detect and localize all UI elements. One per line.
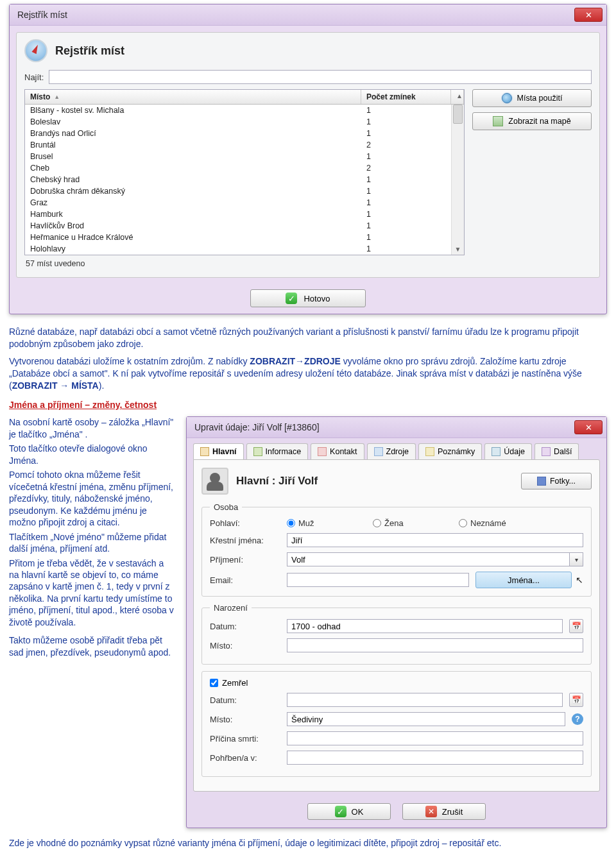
titlebar[interactable]: Rejstřík míst ✕ [10,4,606,26]
deceased-checkbox[interactable] [210,679,218,687]
burial-input[interactable] [287,751,583,765]
place-cell: Cheb [25,162,361,174]
gender-option-žena[interactable]: Žena [373,518,443,528]
table-row[interactable]: Graz1 [25,197,451,208]
tab-label: Hlavní [212,447,237,456]
gender-option-neznámé[interactable]: Neznámé [459,518,529,528]
check-icon: ✓ [335,806,346,817]
birth-place-input[interactable] [287,638,583,652]
close-button[interactable]: ✕ [574,8,603,22]
photos-button[interactable]: Fotky... [521,473,592,489]
lastname-dropdown-button[interactable]: ▾ [569,552,583,566]
gender-radio-group: MužŽenaNeznámé [287,518,529,528]
avatar-icon [201,468,228,495]
table-row[interactable]: Brusel1 [25,151,451,162]
death-place-label: Místo: [210,715,280,724]
tab-údaje[interactable]: Údaje [484,443,532,459]
death-date-input[interactable] [287,693,563,707]
help-icon[interactable]: ? [572,713,583,725]
map-icon [493,116,503,126]
table-row[interactable]: Chebský hrad1 [25,174,451,185]
places-table: Místo ▲ Počet zmínek ▲ Blšany - kostel s… [24,89,465,255]
place-cell: Chebský hrad [25,174,361,185]
count-cell: 2 [361,139,451,151]
close-button[interactable]: ✕ [574,420,603,434]
scrollbar[interactable]: ▼ [451,105,464,255]
lastname-input[interactable] [287,552,569,566]
main-panel: Hlavní : Jiří Volf Fotky... Osoba Pohlav… [193,459,600,792]
birth-place-label: Místo: [210,641,280,650]
death-place-input[interactable] [287,712,565,726]
panel-title: Hlavní : Jiří Volf [236,475,513,488]
places-usage-button[interactable]: Místa použití [472,89,592,107]
table-row[interactable]: Hamburk1 [25,208,451,220]
death-date-picker-button[interactable]: 📅 [569,693,583,707]
count-cell: 1 [361,174,451,185]
place-cell: Graz [25,197,361,208]
tab-icon [492,447,501,456]
count-cell: 2 [361,162,451,174]
firstname-input[interactable] [287,533,583,547]
col-count-header[interactable]: Počet zmínek [361,90,451,104]
tab-icon [542,447,551,456]
place-cell: Blšany - kostel sv. Michala [25,105,361,116]
scroll-up-header[interactable]: ▲ [451,90,464,104]
death-cause-input[interactable] [287,731,583,745]
birth-date-label: Datum: [210,622,280,631]
compass-icon [24,39,47,62]
place-cell: Heřmanice u Hradce Králové [25,232,361,243]
tab-label: Informace [266,447,302,456]
tab-icon [374,447,383,456]
table-row[interactable]: Holohlavy1 [25,243,451,255]
lastname-label: Příjmení: [210,555,280,565]
tab-informace[interactable]: Informace [246,443,309,459]
gender-radio[interactable] [287,519,295,527]
count-cell: 1 [361,220,451,232]
tab-label: Kontakt [330,447,357,456]
death-fieldset: Zemřel Datum: 📅 Místo: ? Příčina smrti: [201,671,592,777]
tab-zdroje[interactable]: Zdroje [367,443,416,459]
tab-hlavní[interactable]: Hlavní [193,443,244,459]
scroll-thumb[interactable] [453,105,463,124]
ok-button[interactable]: ✓ OK [307,803,391,820]
table-row[interactable]: Havlíčkův Brod1 [25,220,451,232]
doc-paragraph-1: Různé databáze, např databázi obcí a sam… [9,326,607,391]
table-row[interactable]: Heřmanice u Hradce Králové1 [25,232,451,243]
birth-date-input[interactable] [287,619,563,633]
table-row[interactable]: Dobruška chrám děkanský1 [25,185,451,197]
death-date-label: Datum: [210,695,280,705]
gender-radio[interactable] [459,519,467,527]
tab-další[interactable]: Další [535,443,579,459]
check-icon: ✓ [286,293,297,304]
scroll-down-icon[interactable]: ▼ [455,244,461,255]
place-cell: Bruntál [25,139,361,151]
count-cell: 1 [361,105,451,116]
cancel-button[interactable]: ✕ Zrušit [402,803,486,820]
col-place-header[interactable]: Místo ▲ [25,90,361,104]
table-row[interactable]: Cheb2 [25,162,451,174]
photo-icon [537,477,546,486]
table-row[interactable]: Blšany - kostel sv. Michala1 [25,105,451,116]
place-cell: Boleslav [25,116,361,128]
tab-icon [425,447,434,456]
tab-label: Zdroje [386,447,409,456]
gender-radio[interactable] [373,519,381,527]
birth-date-picker-button[interactable]: 📅 [569,619,583,633]
titlebar[interactable]: Upravit údaje: Jiří Volf [#13860] ✕ [187,417,606,438]
email-label: Email: [210,575,280,585]
tab-kontakt[interactable]: Kontakt [311,443,364,459]
search-input[interactable] [49,70,592,84]
show-on-map-button[interactable]: Zobrazit na mapě [472,112,592,130]
person-legend: Osoba [210,502,242,512]
table-row[interactable]: Brandýs nad Orlicí1 [25,128,451,139]
tab-label: Poznámky [438,447,475,456]
birth-fieldset: Narození Datum: 📅 Místo: [201,603,592,665]
table-row[interactable]: Bruntál2 [25,139,451,151]
tab-poznámky[interactable]: Poznámky [418,443,482,459]
done-button[interactable]: ✓ Hotovo [250,289,366,307]
table-row[interactable]: Boleslav1 [25,116,451,128]
birth-legend: Narození [210,603,252,613]
names-button[interactable]: Jména... [475,572,572,588]
gender-option-muž[interactable]: Muž [287,518,357,528]
email-input[interactable] [287,573,469,587]
